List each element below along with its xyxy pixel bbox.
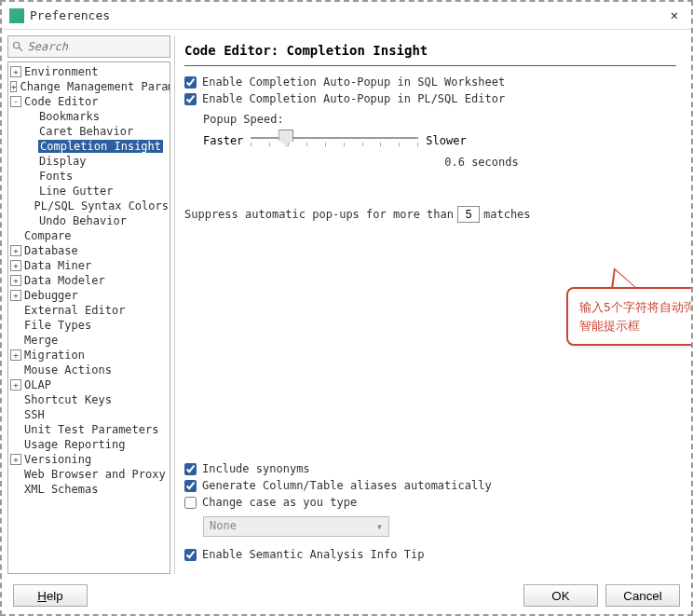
tree-item[interactable]: XML Schemas (8, 482, 170, 497)
tree-item[interactable]: Compare (8, 228, 170, 243)
checkbox-label: Enable Semantic Analysis Info Tip (202, 548, 424, 561)
tree-item[interactable]: +Data Modeler (8, 273, 170, 288)
settings-panel: Code Editor: Completion Insight Enable C… (175, 35, 686, 574)
tree-item[interactable]: Web Browser and Proxy (8, 467, 170, 482)
tree-item-label: Debugger (23, 289, 79, 302)
help-button[interactable]: HHelpelp (13, 584, 88, 607)
tree-item[interactable]: +Debugger (8, 288, 170, 303)
tree-item-label: Compare (23, 229, 73, 242)
tree-item-label: Environment (23, 65, 99, 78)
tree-item-label: Unit Test Parameters (23, 423, 160, 436)
tree-item-label: Shortcut Keys (23, 393, 113, 406)
checkbox[interactable] (184, 463, 197, 475)
select-value: None (210, 519, 237, 532)
tree-item[interactable]: -Code Editor (8, 94, 170, 109)
tree-item-label: Fonts (38, 170, 74, 183)
tree-item[interactable]: Caret Behavior (8, 124, 170, 139)
suppress-label-post: matches (483, 208, 531, 221)
include-synonyms-checkbox[interactable]: Include synonyms (184, 462, 676, 475)
tree-item[interactable]: +Environment (8, 64, 170, 79)
expand-icon[interactable]: + (10, 275, 21, 286)
checkbox[interactable] (184, 93, 197, 105)
checkbox[interactable] (184, 549, 197, 561)
tree-spacer (10, 335, 21, 346)
tree-item-label: OLAP (23, 378, 52, 391)
enable-sql-worksheet-checkbox[interactable]: Enable Completion Auto-Popup in SQL Work… (184, 75, 676, 89)
tree-spacer (25, 156, 36, 167)
semantic-analysis-checkbox[interactable]: Enable Semantic Analysis Info Tip (184, 548, 676, 561)
expand-icon[interactable]: + (10, 66, 21, 77)
nav-tree[interactable]: +Environment+Change Management Parame-Co… (7, 62, 170, 574)
tree-item-label: File Types (23, 319, 92, 332)
tree-item[interactable]: Unit Test Parameters (8, 422, 170, 437)
tree-item[interactable]: Mouse Actions (8, 363, 170, 377)
change-case-checkbox[interactable]: Change case as you type (184, 496, 676, 509)
tree-spacer (10, 469, 21, 480)
svg-line-1 (19, 48, 22, 51)
checkbox-label: Include synonyms (202, 462, 310, 475)
tree-item[interactable]: Merge (8, 333, 170, 348)
tree-item[interactable]: +Change Management Parame (8, 79, 170, 94)
tree-spacer (25, 185, 36, 197)
popup-speed-label: Popup Speed: (203, 113, 676, 126)
tree-item[interactable]: External Editor (8, 303, 170, 318)
close-icon[interactable]: ✕ (665, 7, 684, 25)
search-input[interactable] (28, 40, 166, 53)
tree-item-label: Web Browser and Proxy (23, 468, 167, 481)
enable-plsql-editor-checkbox[interactable]: Enable Completion Auto-Popup in PL/SQL E… (184, 92, 676, 105)
suppress-popups-row: Suppress automatic pop-ups for more than… (184, 206, 676, 223)
tree-item-label: Completion Insight (38, 140, 163, 153)
search-box[interactable] (7, 35, 170, 58)
tree-item[interactable]: +Versioning (8, 452, 170, 467)
tree-item[interactable]: Bookmarks (8, 109, 170, 124)
cancel-button[interactable]: Cancel (605, 584, 680, 607)
tree-item[interactable]: Completion Insight (8, 139, 170, 154)
panel-heading: Code Editor: Completion Insight (184, 35, 676, 66)
expand-icon[interactable]: + (10, 379, 21, 390)
suppress-matches-input[interactable] (457, 206, 480, 223)
tree-item[interactable]: +Migration (8, 348, 170, 363)
popup-speed-slider[interactable] (251, 130, 418, 152)
tree-item[interactable]: +Data Miner (8, 258, 170, 273)
expand-icon[interactable]: + (10, 245, 21, 256)
tree-item-label: Change Management Parame (19, 80, 170, 93)
tree-item-label: Versioning (23, 453, 92, 466)
tree-item[interactable]: Undo Behavior (8, 213, 170, 228)
tree-item[interactable]: Line Gutter (8, 184, 170, 198)
tree-item-label: Usage Reporting (23, 438, 126, 451)
faster-label: Faster (203, 134, 243, 147)
expand-icon[interactable]: + (10, 290, 21, 301)
tree-item[interactable]: File Types (8, 318, 170, 333)
tree-item-label: Migration (23, 349, 86, 362)
titlebar: Preferences ✕ (2, 2, 691, 30)
tree-item[interactable]: PL/SQL Syntax Colors (8, 198, 170, 213)
tree-item[interactable]: Fonts (8, 169, 170, 184)
checkbox[interactable] (184, 497, 197, 509)
tree-item[interactable]: Display (8, 154, 170, 169)
tree-item-label: XML Schemas (23, 483, 99, 496)
tree-item[interactable]: Usage Reporting (8, 437, 170, 452)
checkbox[interactable] (184, 76, 197, 89)
expand-icon[interactable]: + (10, 349, 21, 361)
tree-spacer (25, 126, 36, 137)
tree-spacer (25, 111, 36, 122)
tree-item-label: External Editor (23, 304, 126, 317)
tree-item[interactable]: Shortcut Keys (8, 392, 170, 407)
tree-spacer (25, 215, 36, 226)
expand-icon[interactable]: + (10, 260, 21, 271)
ok-button[interactable]: OK (523, 584, 598, 607)
tree-spacer (10, 439, 21, 450)
tree-item[interactable]: SSH (8, 407, 170, 422)
tree-item[interactable]: +Database (8, 243, 170, 258)
checkbox-label: Change case as you type (202, 496, 357, 509)
checkbox[interactable] (184, 480, 197, 492)
collapse-icon[interactable]: - (10, 96, 21, 107)
tree-item[interactable]: +OLAP (8, 377, 170, 392)
expand-icon[interactable]: + (10, 81, 17, 92)
expand-icon[interactable]: + (10, 454, 21, 465)
generate-aliases-checkbox[interactable]: Generate Column/Table aliases automatica… (184, 479, 676, 492)
tree-spacer (10, 409, 21, 420)
tree-item-label: Display (38, 155, 88, 168)
tree-spacer (10, 424, 21, 435)
sidebar: +Environment+Change Management Parame-Co… (7, 35, 175, 574)
